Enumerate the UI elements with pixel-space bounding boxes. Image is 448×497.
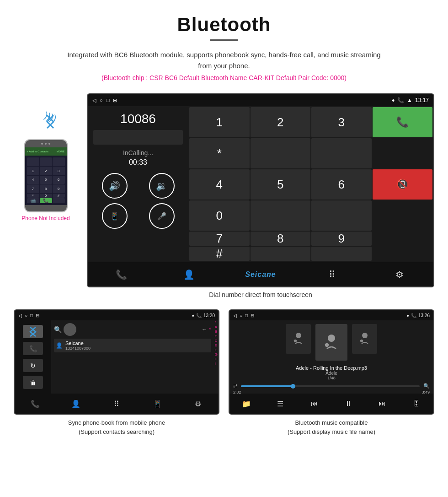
- music-bottom-bar: 📁 ☰ ⏮ ⏸ ⏭ 🎛: [229, 394, 433, 414]
- phone-key: 0: [40, 194, 52, 198]
- pb-transfer-icon[interactable]: 📱: [149, 395, 165, 412]
- phonebook-item: ◁ ○ □ ⊟ ♦ 📞 13:20: [14, 309, 219, 436]
- settings-icon[interactable]: ⚙: [388, 265, 411, 284]
- bluetooth-sidebar-icon[interactable]: [23, 325, 43, 338]
- search-music-icon[interactable]: 🔍: [423, 383, 430, 389]
- pb-back-icon: ◁: [18, 313, 22, 318]
- mus-play-icon[interactable]: ⏸: [340, 395, 357, 412]
- time-total: 3:49: [421, 390, 430, 394]
- phone-key: [40, 157, 52, 166]
- phone-key: 5: [40, 176, 52, 184]
- dial-key-3[interactable]: 3: [311, 107, 372, 137]
- music-status-bar: ◁ ○ □ ⊟ ♦ 📞 13:26: [229, 310, 433, 320]
- dial-key-6[interactable]: 6: [311, 169, 372, 200]
- dial-key-empty: [251, 138, 311, 168]
- title-divider: [210, 39, 238, 41]
- dial-key-9[interactable]: 9: [311, 232, 372, 246]
- music-progress-fill: [241, 385, 294, 387]
- wifi-signal-icon: ▲: [407, 97, 412, 103]
- letter-d[interactable]: D: [215, 339, 218, 343]
- call-status: InCalling...: [123, 149, 153, 157]
- dial-key-empty3: [251, 200, 311, 231]
- dial-key-1[interactable]: 1: [189, 107, 250, 137]
- mus-phone-icon: 📞: [411, 313, 416, 318]
- dialpad-icon[interactable]: ⠿: [320, 265, 343, 284]
- shuffle-icon[interactable]: ⇄: [233, 383, 237, 389]
- phonebook-status-bar: ◁ ○ □ ⊟ ♦ 📞 13:20: [15, 310, 219, 320]
- contacts-icon[interactable]: 👤: [178, 265, 201, 284]
- pb-settings-icon[interactable]: ⚙: [190, 395, 206, 412]
- dial-end-button[interactable]: 📵: [373, 169, 433, 200]
- bottom-row: ◁ ○ □ ⊟ ♦ 📞 13:20: [0, 309, 448, 445]
- phone-not-included: Phone Not Included: [21, 215, 69, 221]
- call-number: 10086: [120, 112, 156, 126]
- dial-key-4[interactable]: 4: [189, 169, 250, 200]
- call-timer: 00:33: [129, 158, 147, 167]
- phonebook-content: 📞 ↻ 🗑 🔍 ← * 👤 Seicane 1: [15, 320, 219, 394]
- album-next: [352, 324, 377, 354]
- car-dialpad: 1 2 3 📞 * 4 5 6 📵 0: [188, 106, 433, 262]
- contact-avatar-icon: 👤: [56, 342, 63, 349]
- music-info: Adele - Rolling In the Deep.mp3 Adele 1/…: [296, 365, 367, 380]
- mus-folder-icon[interactable]: 📁: [238, 395, 255, 412]
- dial-key-2[interactable]: 2: [251, 107, 311, 137]
- mus-location-icon: ♦: [407, 313, 409, 318]
- pb-back-arrow[interactable]: ←: [202, 326, 207, 333]
- svg-point-1: [296, 333, 301, 338]
- letter-h[interactable]: H: [215, 357, 218, 361]
- mus-next-icon[interactable]: ⏭: [374, 395, 390, 412]
- mus-back-icon: ◁: [233, 313, 237, 318]
- dial-key-star[interactable]: *: [189, 138, 250, 168]
- pb-recent-icon[interactable]: 📞: [27, 395, 43, 412]
- dial-key-0[interactable]: 0: [189, 200, 250, 231]
- car-screen-wrap: ◁ ○ □ ⊟ ♦ 📞 ▲ 13:17 10086 InCal: [87, 93, 434, 305]
- dial-key-5[interactable]: 5: [251, 169, 311, 200]
- music-times: 2:02 3:49: [233, 390, 430, 394]
- mus-equalizer-icon[interactable]: 🎛: [408, 395, 425, 412]
- phone-key: 📹: [27, 198, 39, 203]
- sync-sidebar-icon[interactable]: ↻: [23, 359, 43, 372]
- letter-e[interactable]: E: [215, 343, 218, 347]
- dial-key-7[interactable]: 7: [189, 232, 250, 246]
- phone-bottom: [25, 205, 67, 211]
- letter-b[interactable]: B: [215, 330, 218, 334]
- phone-dot: [45, 143, 47, 145]
- page-title: Bluetooth: [9, 14, 439, 36]
- volume-up-button[interactable]: 🔊: [102, 173, 128, 199]
- search-icon[interactable]: 🔍: [54, 326, 62, 333]
- letter-c[interactable]: C: [215, 334, 218, 338]
- pb-dialpad-icon[interactable]: ⠿: [108, 395, 125, 412]
- transfer-button[interactable]: 📱: [102, 203, 128, 229]
- phone-key: 6: [53, 176, 65, 184]
- bookmark-icon: ⊟: [113, 97, 117, 103]
- bluetooth-symbol-icon: [43, 112, 57, 134]
- mute-button[interactable]: 🎤: [149, 203, 175, 229]
- main-content: )))) + Add to Contacts MORE: [0, 93, 448, 309]
- letter-a[interactable]: A: [215, 325, 218, 329]
- recent-calls-icon[interactable]: 📞: [110, 265, 133, 284]
- volume-down-button[interactable]: 🔉: [149, 173, 175, 199]
- back-icon: ◁: [92, 97, 96, 103]
- phone-sidebar-icon[interactable]: 📞: [23, 342, 43, 355]
- letter-f[interactable]: F: [215, 348, 218, 352]
- phone-area: )))) + Add to Contacts MORE: [14, 93, 78, 305]
- dial-key-hash[interactable]: #: [189, 247, 250, 261]
- bluetooth-icon-wrap: )))): [30, 107, 62, 135]
- album-prev: [286, 324, 311, 354]
- mus-list-icon[interactable]: ☰: [272, 395, 288, 412]
- dial-key-empty6: [311, 247, 372, 261]
- dial-key-8[interactable]: 8: [251, 232, 311, 246]
- letter-star[interactable]: *: [215, 320, 218, 324]
- letter-i[interactable]: I: [215, 362, 218, 366]
- pb-contacts-icon[interactable]: 👤: [68, 395, 84, 412]
- music-progress-bar[interactable]: [241, 385, 420, 387]
- pb-search-bar: 🔍 ← *: [54, 323, 211, 336]
- album-current: [315, 324, 347, 361]
- delete-sidebar-icon[interactable]: 🗑: [23, 376, 43, 389]
- pb-contact-item[interactable]: 👤 Seicane 13241007000: [54, 339, 211, 352]
- clock-display: 13:17: [415, 97, 429, 103]
- mus-prev-icon[interactable]: ⏮: [306, 395, 323, 412]
- dial-empty4: [373, 247, 433, 261]
- letter-g[interactable]: G: [215, 352, 218, 357]
- dial-call-button[interactable]: 📞: [373, 107, 433, 137]
